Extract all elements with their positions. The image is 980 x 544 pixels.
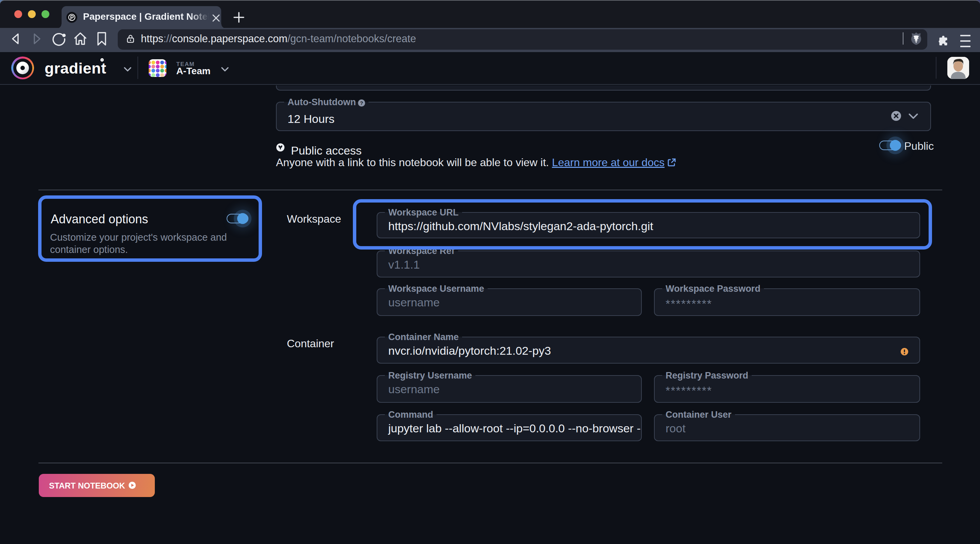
- svg-text:?: ?: [360, 100, 363, 106]
